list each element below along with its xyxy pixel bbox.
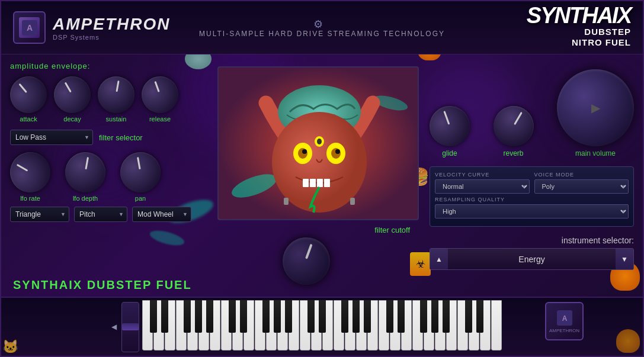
key-ds7[interactable] [476,300,483,333]
control-panel: VELOCITY CURVE Normal Soft Hard VOICE MO… [430,166,634,227]
svg-rect-20 [350,198,355,205]
decay-label: decay [63,115,81,123]
svg-rect-16 [310,179,316,187]
release-knob[interactable] [136,71,183,118]
key-cs4[interactable] [229,300,236,333]
glide-knob[interactable] [424,100,475,152]
key-gs6[interactable] [431,300,438,333]
brand-subtitle: DSP Systems [53,34,170,41]
key-ds3[interactable] [161,300,168,333]
header: A AMPETHRON DSP Systems ⚙ MULTI-SAMPLE H… [1,1,643,54]
sustain-label: sustain [106,115,127,123]
velocity-select-wrapper: Normal Soft Hard [435,179,530,194]
cat-deco: 🐱 [2,339,18,355]
svg-rect-18 [324,179,330,187]
key-ds4[interactable] [240,300,247,333]
velocity-voice-row: VELOCITY CURVE Normal Soft Hard VOICE MO… [435,172,629,194]
key-fs4[interactable] [262,300,270,333]
velocity-select[interactable]: Normal Soft Hard [435,179,530,194]
lfo-shape-select[interactable]: Triangle Sine Square Sawtooth [10,207,69,222]
release-label: release [149,115,171,123]
instrument-selector-area: instrument selector: ▲ Energy ▼ [430,236,634,270]
key-cs5[interactable] [307,300,315,333]
filter-cutoff-area: filter cutoff [214,226,422,285]
key-as4[interactable] [285,300,292,333]
keyboard-prev[interactable]: ◀ [108,300,120,353]
reverb-label: reverb [503,149,523,157]
key-cs6[interactable] [386,300,393,333]
instrument-bar: ▲ Energy ▼ [430,248,634,270]
brand-name: AMPETHRON [53,15,170,34]
key-f7[interactable] [491,300,502,350]
dubstep-label: DUBSTEP [584,27,631,37]
logo-icon: A [19,17,40,38]
key-fs6[interactable] [420,300,427,333]
ampethron-bottom-text: AMPETHRON [549,328,579,333]
header-center: ⚙ MULTI-SAMPLE HARD DRIVE STREAMING TECH… [199,18,445,38]
svg-rect-19 [284,198,289,205]
lfo-shape-wrapper: Triangle Sine Square Sawtooth [10,207,69,222]
reverb-group: reverb [494,106,534,157]
velocity-group: VELOCITY CURVE Normal Soft Hard [435,172,530,194]
instrument-next-button[interactable]: ▼ [616,249,633,269]
instrument-prev-button[interactable]: ▲ [430,249,448,269]
pan-label: pan [135,195,146,202]
key-cs3[interactable] [150,300,157,333]
key-as5[interactable] [364,300,371,333]
center-panel: filter cutoff [214,54,422,297]
bottom-dropdowns: Triangle Sine Square Sawtooth Pitch Filt… [10,207,194,222]
filter-cutoff-knob[interactable] [283,237,330,285]
bottom-bar: 🐱 ◀ [1,297,643,356]
attack-group: attack [10,76,47,123]
lfo-target-select[interactable]: Pitch Filter Volume Pan [74,207,127,222]
key-fs3[interactable] [184,300,191,333]
instrument-name: Energy [448,255,616,264]
resampling-select[interactable]: High Medium Low [435,204,629,218]
pitch-wheel[interactable] [121,302,139,352]
logo-box: A [13,11,46,44]
reverb-knob[interactable] [486,99,541,154]
filter-type-wrapper: Low Pass High Pass Band Pass Notch [10,130,93,145]
right-panel: glide reverb main volume VELOCITY CURVE [421,54,643,297]
key-ds6[interactable] [398,300,405,333]
key-ds5[interactable] [319,300,326,333]
main-volume-knob[interactable] [557,69,634,146]
pitch-wheel-area: ◀ [108,300,139,353]
lfo-depth-knob[interactable] [62,149,109,196]
key-gs3[interactable] [195,300,202,333]
key-as3[interactable] [206,300,213,333]
key-fs5[interactable] [341,300,348,333]
lfo-mod-select[interactable]: Mod Wheel Velocity Aftertouch [132,207,191,222]
settings-icon[interactable]: ⚙ [313,18,325,30]
velocity-label: VELOCITY CURVE [435,172,530,178]
lfo-rate-knob[interactable] [3,145,58,200]
ampethron-bottom-logo[interactable]: A AMPETHRON [545,302,584,340]
artwork-frame [217,66,419,220]
lfo-rate-label: lfo rate [20,195,40,202]
pan-knob[interactable] [117,149,164,196]
svg-text:A: A [26,23,32,33]
white-keys [142,300,502,350]
svg-rect-17 [317,179,323,187]
svg-point-14 [317,139,322,144]
attack-knob[interactable] [2,69,54,120]
key-as6[interactable] [443,300,450,333]
voice-mode-select-wrapper: Poly Mono Legato [534,179,629,194]
decay-knob[interactable] [47,70,98,120]
svg-text:A: A [562,314,567,323]
voice-mode-select[interactable]: Poly Mono Legato [534,179,629,194]
filter-type-select[interactable]: Low Pass High Pass Band Pass Notch [10,130,93,145]
main-container: ☣ 🍔 A AMPETHRON DSP Systems ⚙ MULTI-SAMP… [0,0,644,357]
key-gs4[interactable] [274,300,281,333]
svg-rect-15 [303,179,309,187]
lfo-depth-label: lfo depth [73,195,98,202]
keyboard-container [142,300,592,353]
voice-mode-group: VOICE MODE Poly Mono Legato [534,172,629,194]
pitch-indicator [122,323,139,330]
key-gs5[interactable] [353,300,360,333]
sustain-knob[interactable] [95,73,137,116]
key-cs7[interactable] [465,300,472,333]
voice-mode-label: VOICE MODE [534,172,629,178]
amplitude-envelope-section: amplitude envelope: attack decay sustain… [10,62,194,123]
resampling-row: RESAMPLING QUALITY High Medium Low [435,197,629,218]
